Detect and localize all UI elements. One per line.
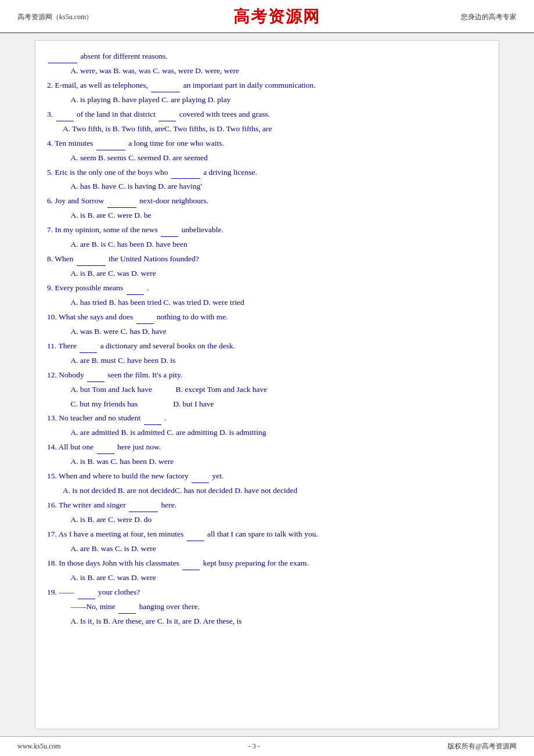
- blank-q5: [171, 171, 200, 179]
- q11-options: A. are B. must C. have been D. is: [47, 354, 487, 368]
- q3b-text: of the land in that district: [77, 110, 156, 118]
- q12-optD: D. but I have: [173, 399, 214, 408]
- q10-line: 10. What she says and does nothing to do…: [47, 311, 487, 324]
- q18-options: A. is B. are C. was D. were: [47, 571, 487, 585]
- q6b-text: next-door neighbours.: [139, 196, 208, 205]
- q3-line: 3. of the land in that district covered …: [47, 108, 487, 121]
- blank-q8: [77, 258, 106, 266]
- q4-line: 4. Ten minutes a long time for one who w…: [47, 137, 487, 150]
- blank-q3b: [158, 113, 176, 121]
- q2-line: 2. E-mail, as well as telephones, an imp…: [47, 79, 487, 92]
- blank-intro: [48, 55, 77, 63]
- intro-line: absent for different reasons.: [47, 50, 487, 63]
- q14b-text: here just now.: [117, 442, 161, 451]
- blank-q16: [129, 504, 158, 512]
- blank-q14: [97, 446, 114, 454]
- q19d-text: hanging over there.: [139, 602, 200, 611]
- blank-q2: [151, 84, 180, 92]
- q3-options: A. Two fifth, is B. Two fifth, areC. Two…: [47, 123, 487, 136]
- q10b-text: nothing to do with me.: [157, 312, 228, 321]
- q2-text: 2. E-mail, as well as telephones,: [47, 81, 148, 89]
- blank-q7: [161, 229, 178, 237]
- q5-line: 5. Eric is the only one of the boys who …: [47, 166, 487, 179]
- q16-line: 16. The writer and singer here.: [47, 499, 487, 512]
- q8-text: 8. When: [47, 254, 74, 263]
- q15-text: 15. When and where to build the new fact…: [47, 471, 189, 480]
- q12-optAB: A. but Tom and Jack have B. except Tom a…: [47, 383, 487, 397]
- q19c-text: ——No, mine: [71, 602, 116, 611]
- header-left: 高考资源网（ks5u.com）: [17, 12, 93, 22]
- q19-line2: ——No, mine hanging over there.: [47, 600, 487, 614]
- q19-text: 19. ——: [47, 588, 74, 596]
- q19b-text: your clothes?: [98, 588, 140, 596]
- q13-options: A. are admitted B. is admitted C. are ad…: [47, 426, 487, 440]
- q15-options: A. is not decided B. are not decidedC. h…: [47, 484, 487, 498]
- q12-optB: B. except Tom and Jack have: [176, 385, 268, 394]
- q15b-text: yet.: [212, 471, 224, 480]
- intro-text: absent for different reasons.: [80, 52, 167, 60]
- q10-options: A. was B. were C. has D. have: [47, 325, 487, 339]
- q6-text: 6. Joy and Sorrow: [47, 196, 104, 205]
- blank-q12: [87, 374, 104, 382]
- q7-text: 7. In my opinion, some of the news: [47, 225, 158, 234]
- footer-right: 版权所有@高考资源网: [448, 741, 517, 751]
- blank-q10: [136, 316, 154, 324]
- q6-line: 6. Joy and Sorrow next-door neighbours.: [47, 195, 487, 208]
- q2-options: A. is playing B. have played C. are play…: [47, 93, 487, 107]
- q7b-text: unbelievable.: [182, 225, 223, 234]
- q6-options: A. is B. are C. were D. be: [47, 209, 487, 222]
- q5b-text: a driving license.: [203, 168, 257, 177]
- blank-q11: [80, 345, 97, 353]
- q14-text: 14. All but one: [47, 442, 93, 451]
- page-wrapper: 高考资源网（ks5u.com） 高考资源网 您身边的高考专家 absent fo…: [0, 0, 534, 756]
- q17-line: 17. As I have a meeting at four, ten min…: [47, 528, 487, 541]
- blank-q19a: [78, 591, 95, 599]
- blank-q18: [182, 562, 200, 570]
- q19-options: A. Is it, is B. Are these, are C. Is it,…: [47, 615, 487, 628]
- q17b-text: all that I can spare to talk with you.: [207, 530, 318, 538]
- q2b-text: an important part in daily communication…: [183, 81, 316, 89]
- q9b-text: .: [147, 283, 149, 292]
- q19-line1: 19. —— your clothes?: [47, 586, 487, 599]
- header-center: 高考资源网: [233, 6, 320, 28]
- page-header: 高考资源网（ks5u.com） 高考资源网 您身边的高考专家: [0, 0, 534, 33]
- q10-text: 10. What she says and does: [47, 312, 133, 321]
- footer-left: www.ks5u.com: [17, 742, 61, 751]
- q14-line: 14. All but one here just now.: [47, 441, 487, 454]
- blank-q6: [107, 200, 136, 208]
- q17-text: 17. As I have a meeting at four, ten min…: [47, 530, 183, 538]
- header-right: 您身边的高考专家: [461, 12, 517, 22]
- q18b-text: kept busy preparing for the exam.: [203, 559, 309, 567]
- q12b-text: seen the film. It's a pity.: [108, 370, 183, 379]
- q12-text: 12. Nobody: [47, 370, 84, 379]
- q4b-text: a long time for one who waits.: [128, 139, 224, 147]
- blank-q4: [96, 142, 125, 150]
- q13-line: 13. No teacher and no student .: [47, 412, 487, 425]
- q5-text: 5. Eric is the only one of the boys who: [47, 168, 168, 177]
- q13b-text: .: [164, 413, 166, 422]
- q9-options: A. has tried B. has been tried C. was tr…: [47, 296, 487, 309]
- q13-text: 13. No teacher and no student: [47, 413, 140, 422]
- page-footer: www.ks5u.com - 3 - 版权所有@高考资源网: [0, 736, 534, 756]
- q17-options: A. are B. was C. is D. were: [47, 542, 487, 556]
- q4-text: 4. Ten minutes: [47, 139, 93, 147]
- blank-q13: [144, 417, 161, 425]
- blank-q19b: [118, 606, 136, 614]
- blank-q15: [192, 475, 209, 483]
- q7-options: A. are B. is C. has been D. have been: [47, 238, 487, 251]
- q15-line: 15. When and where to build the new fact…: [47, 470, 487, 483]
- q18-line: 18. In those days John with his classmat…: [47, 557, 487, 570]
- q11-text: 11. There: [47, 341, 77, 350]
- q8b-text: the United Nations founded?: [109, 254, 199, 263]
- q5-options: A. has B. have C. is having D. are havin…: [47, 180, 487, 193]
- q18-text: 18. In those days John with his classmat…: [47, 559, 179, 567]
- q12-optA: A. but Tom and Jack have: [71, 385, 153, 394]
- q1-options: A. were, was B. was, was C. was, were D.…: [47, 64, 487, 78]
- blank-q9: [127, 287, 144, 295]
- q12-optCD: C. but my friends has D. but I have: [47, 398, 487, 411]
- q11-line: 11. There a dictionary and several books…: [47, 340, 487, 353]
- q9-text: 9. Every possible means: [47, 283, 123, 292]
- q4-options: A. seem B. seems C. seemed D. are seemed: [47, 152, 487, 165]
- q3-text: 3.: [47, 110, 53, 118]
- q3c-text: covered with trees and grass.: [179, 110, 270, 118]
